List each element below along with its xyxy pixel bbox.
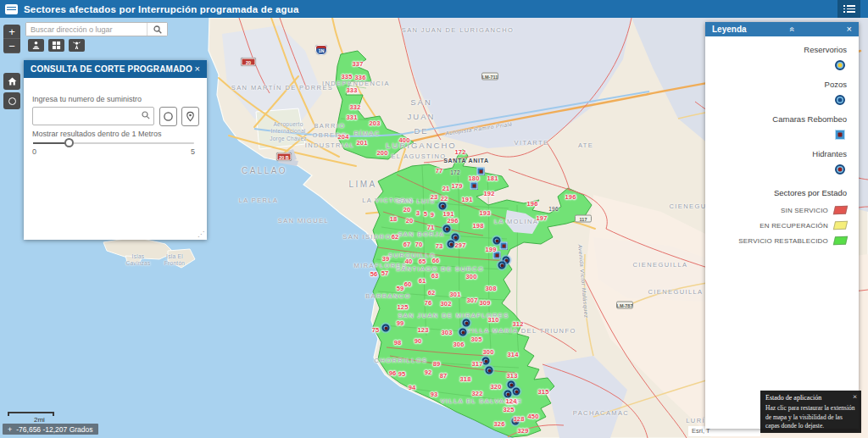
consulta-panel-title: CONSULTA DE CORTE PROGRAMADO <box>31 64 192 74</box>
search-input[interactable] <box>26 23 147 36</box>
supply-number-label: Ingresa tu numero de suministro <box>32 95 142 103</box>
state-label: EN RECUPERACIÓN <box>760 222 828 230</box>
legend-header: Leyenda <box>705 22 859 36</box>
airport-area <box>256 108 305 149</box>
sedapal-logo <box>5 4 18 14</box>
state-row: EN RECUPERACIÓN <box>717 221 847 230</box>
legend-panel: Leyenda Reservorios Pozos Camaras Rebomb… <box>705 22 859 429</box>
zoom-out-button[interactable]: − <box>3 39 20 53</box>
legend-collapse-button[interactable] <box>787 27 797 32</box>
state-row: SIN SERVICIO <box>717 206 847 214</box>
menu-list-icon <box>847 5 855 7</box>
facility-marker[interactable] <box>448 241 455 248</box>
state-label: SIN SERVICIO <box>781 207 828 214</box>
home-icon <box>8 77 17 86</box>
app-title: Sectores afectados por Interrupción prog… <box>24 4 299 14</box>
facility-marker[interactable] <box>459 329 467 336</box>
legend-item: Camaras Rebombeo <box>717 114 847 143</box>
state-color-swatch <box>833 206 848 215</box>
state-label: SERVICIO RESTABLECIDO <box>738 237 828 245</box>
map-pin-icon <box>185 111 196 122</box>
zoom-in-button[interactable]: + <box>3 25 20 39</box>
legend-states: SIN SERVICIO EN RECUPERACIÓN SERVICIO RE… <box>717 206 847 245</box>
pin-location-button[interactable] <box>181 107 199 126</box>
search-button[interactable] <box>147 23 167 36</box>
facility-marker[interactable] <box>498 262 506 269</box>
facility-marker[interactable] <box>463 319 470 327</box>
legend-item-label: Reservorios <box>717 45 847 54</box>
slider-handle[interactable] <box>64 138 74 147</box>
legend-item-icon <box>835 164 845 175</box>
zoom-controls: + − <box>3 25 20 53</box>
legend-items: Reservorios Pozos Camaras Rebombeo Hidra… <box>717 45 847 178</box>
legend-item-icon <box>835 95 845 105</box>
circle-select-icon <box>163 111 174 122</box>
crosshair-icon <box>8 425 12 434</box>
distance-slider[interactable] <box>33 142 194 144</box>
coordinates-badge: -76,656 -12,207 Grados <box>3 424 98 435</box>
facility-marker[interactable] <box>482 358 490 365</box>
legend-item-icon <box>835 130 845 140</box>
locate-button[interactable] <box>3 92 20 109</box>
grid-icon <box>52 41 61 50</box>
scale-bar <box>8 412 54 416</box>
state-row: SERVICIO RESTABLECIDO <box>717 236 847 245</box>
facility-marker[interactable] <box>486 367 493 374</box>
basemap-gallery-button[interactable] <box>48 39 64 52</box>
slider-fill <box>33 142 69 144</box>
search-icon <box>142 111 150 119</box>
coordinates-value: -76,656 -12,207 Grados <box>16 425 92 434</box>
facility-marker[interactable] <box>382 324 390 332</box>
search-icon <box>153 25 162 34</box>
app-state-toast[interactable]: Estado de aplicación Haz clic para resta… <box>760 391 861 433</box>
supply-number-field <box>32 107 154 125</box>
home-button[interactable] <box>3 73 20 90</box>
person-pedestal-icon <box>31 41 41 50</box>
consulta-panel: CONSULTA DE CORTE PROGRAMADO Ingresa tu … <box>24 60 207 240</box>
legend-item-label: Camaras Rebombeo <box>717 114 847 124</box>
facility-marker[interactable] <box>493 252 501 259</box>
facility-marker[interactable] <box>439 202 447 210</box>
facility-marker[interactable] <box>493 237 501 245</box>
toast-title: Estado de aplicación <box>765 394 856 402</box>
supply-number-input[interactable] <box>33 112 138 121</box>
legend-item: Reservorios <box>717 45 847 74</box>
facility-marker[interactable] <box>513 388 520 396</box>
locate-icon <box>8 97 16 105</box>
consulta-close-button[interactable] <box>194 64 200 74</box>
slider-min-label: 0 <box>32 147 36 156</box>
facility-marker[interactable] <box>512 418 520 425</box>
select-circle-button[interactable] <box>159 107 177 126</box>
streetview-widget-button[interactable] <box>69 39 85 52</box>
legend-item: Pozos <box>717 80 847 108</box>
person-rays-icon <box>72 41 81 50</box>
consulta-panel-header: CONSULTA DE CORTE PROGRAMADO <box>24 60 207 78</box>
facility-marker[interactable] <box>443 225 451 233</box>
legend-body: Reservorios Pozos Camaras Rebombeo Hidra… <box>705 36 859 245</box>
scale-label: 2mi <box>34 416 45 424</box>
facility-marker[interactable] <box>500 242 508 250</box>
toast-body: Haz clic para restaurar la extensión de … <box>765 404 856 431</box>
legend-title: Leyenda <box>712 25 747 34</box>
app-window: SAN JUAN DE LURIGANCHOSAN MARTÍN DE PORR… <box>0 0 868 438</box>
app-header: Sectores afectados por Interrupción prog… <box>0 0 868 18</box>
legend-item-label: Pozos <box>717 80 847 89</box>
toast-close-button[interactable] <box>853 392 857 401</box>
supply-search-button[interactable] <box>138 111 153 121</box>
states-title: Sectores por Estado <box>717 188 847 197</box>
slider-max-label: 5 <box>191 147 195 156</box>
panel-resize-handle[interactable] <box>198 230 204 238</box>
state-color-swatch <box>833 221 848 230</box>
menu-list-button[interactable] <box>837 0 860 18</box>
legend-item-icon <box>835 60 845 70</box>
search-box <box>25 22 168 36</box>
facility-marker[interactable] <box>504 391 512 398</box>
facility-marker[interactable] <box>477 168 485 175</box>
slider-label: Mostrar resultados dentro de 1 Metros <box>32 130 162 138</box>
legend-close-button[interactable] <box>847 25 852 34</box>
facility-marker[interactable] <box>470 182 478 190</box>
consulta-widget-button[interactable] <box>28 39 44 52</box>
legend-item-label: Hidrantes <box>717 149 847 158</box>
legend-item: Hidrantes <box>717 149 847 178</box>
widget-toolbar <box>28 39 85 52</box>
